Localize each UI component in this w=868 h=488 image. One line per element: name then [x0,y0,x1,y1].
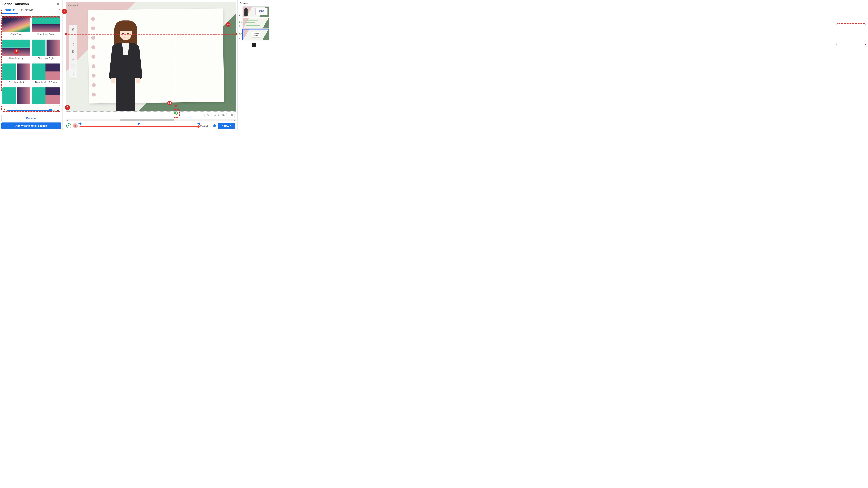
marker-number: 3 [197,123,198,125]
zoom-value: 41% [211,114,216,117]
marker-number: 1 [78,123,79,125]
keyframe-icon[interactable] [79,123,82,125]
transition-label: Circle Open [10,33,22,36]
transition-item[interactable] [2,88,30,107]
transition-indicator-icon[interactable] [239,21,242,24]
scroll-left-icon[interactable]: ◀ [66,119,68,121]
speed-slider-row [1,108,61,113]
paint-tool-icon[interactable] [71,71,75,76]
transition-indicator-icon[interactable] [239,32,242,35]
transition-thumb [32,39,60,56]
transition-thumb [2,15,30,32]
transition-indicator-icon[interactable] [174,111,178,116]
transition-item[interactable]: Directional Right [32,39,60,62]
svg-point-11 [223,115,224,116]
speed-slider-handle[interactable] [49,109,52,112]
scene-thumb[interactable]: Current Scene [243,29,269,40]
speed-slider[interactable] [7,110,55,111]
scenes-panel: Scenes 1 Raising Working Efficiency 2 3 [238,0,271,130]
transition-thumb [32,64,60,80]
svg-rect-5 [72,51,74,53]
scenes-title: Scenes [239,1,269,6]
settings-gear-icon[interactable] [212,124,216,128]
transition-grid: Circle Open Directional Down Directional… [1,14,61,108]
transition-label: Directional Left [9,81,24,84]
preview-button[interactable]: Preview [1,115,61,122]
svg-point-4 [73,44,74,45]
transition-thumb [2,64,30,80]
transition-item[interactable]: Directional Down [32,15,60,38]
visibility-options-icon[interactable] [222,114,225,117]
transition-label: Directional Down [37,33,55,36]
text-tool-icon[interactable] [71,35,75,39]
playhead[interactable] [197,125,199,128]
transition-label: Directional Up [9,57,24,60]
scroll-right-icon[interactable]: ▶ [233,119,236,121]
svg-point-0 [4,109,5,110]
zoom-in-icon[interactable] [217,114,220,117]
transition-thumb [32,88,60,104]
hand-tool-icon[interactable] [71,27,75,32]
svg-rect-14 [174,112,176,114]
transition-item[interactable] [32,88,60,107]
image-tool-icon[interactable] [71,49,75,54]
layout-tool-icon[interactable] [71,64,75,68]
scene-number: 2 [239,25,242,29]
editor-center: 2 4 Camera 1 [62,0,238,130]
tab-exciting[interactable]: EXCITING [18,7,36,14]
scene-number: 3 [239,36,242,40]
back-button[interactable]: < BACK [218,123,235,129]
keyframe-icon[interactable] [198,123,200,125]
transition-item[interactable]: Directional Up [2,39,30,62]
scroll-thumb[interactable] [120,119,175,121]
tab-subtle[interactable]: SUBTLE [1,7,18,14]
transition-thumb [2,39,30,56]
transition-item[interactable]: Directional Left [2,64,30,87]
svg-rect-12 [231,115,233,116]
scene-thumb[interactable] [243,18,269,29]
video-tool-icon[interactable] [71,56,75,61]
transition-label: Directional Left Down [35,81,57,84]
svg-rect-13 [231,115,232,116]
canvas-footer: 41% [66,111,236,119]
keyframe-icon[interactable] [137,123,140,125]
zoom-controls: 41% [205,113,227,118]
panel-title: Scene Transition [2,2,29,6]
current-scene-label: Current Scene [252,32,260,37]
scene-number: 1 [239,13,242,17]
camera-label: Camera 1 [68,4,78,7]
transition-item[interactable]: Circle Open [2,15,30,38]
shapes-tool-icon[interactable] [71,42,75,47]
svg-rect-16 [239,33,241,34]
canvas-toolbar [69,25,77,78]
marker-number: 2 [136,123,137,125]
svg-rect-15 [239,22,241,23]
transition-thumb [2,88,30,104]
character-avatar[interactable] [104,15,147,111]
apply-all-button[interactable]: Apply trans. to all scenes [1,123,61,129]
trash-icon[interactable] [56,2,60,6]
stop-button[interactable] [73,123,78,128]
transition-tabs: SUBTLE EXCITING [1,7,61,14]
transition-label: Directional Right [38,57,54,60]
transition-panel: Scene Transition SUBTLE EXCITING Circle … [0,0,62,130]
bike-icon [56,109,60,112]
copy-scene-icon[interactable] [229,112,235,118]
canvas-h-scrollbar[interactable]: ◀ ▶ [66,119,236,121]
play-button[interactable] [66,123,71,128]
walk-icon [3,109,6,112]
zoom-out-icon[interactable] [207,114,210,117]
transition-thumb [32,15,60,32]
timeline[interactable]: 1 2 3 [80,123,198,128]
time-display: 0:18.25 [200,124,211,127]
add-scene-button[interactable]: + [252,43,256,47]
transition-item[interactable]: Directional Left Down [32,64,60,87]
timeline-row: 1 2 3 0:18.25 < BACK [66,121,236,129]
scene-thumb[interactable]: Raising Working Efficiency [243,6,269,17]
canvas[interactable]: Camera 1 [66,2,236,111]
